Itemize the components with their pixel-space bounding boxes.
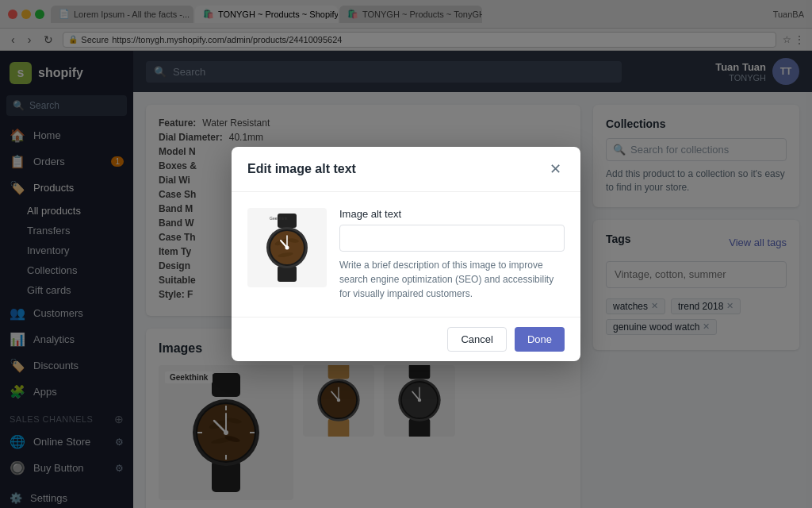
modal-body: Geekthink Image alt text Write a brief d… <box>232 192 580 317</box>
cancel-button[interactable]: Cancel <box>447 327 506 352</box>
modal-image-preview: Geekthink <box>247 208 327 287</box>
image-alt-label: Image alt text <box>339 208 565 220</box>
modal-hint: Write a brief description of this image … <box>339 258 565 301</box>
svg-point-42 <box>285 246 289 250</box>
image-alt-input[interactable] <box>339 225 565 252</box>
modal-form: Image alt text Write a brief description… <box>339 208 565 301</box>
modal-watch-preview: Geekthink <box>255 212 319 283</box>
done-button[interactable]: Done <box>515 327 565 352</box>
edit-alt-text-modal: Edit image alt text ✕ <box>232 147 580 361</box>
modal-footer: Cancel Done <box>232 317 580 361</box>
modal-overlay[interactable]: Edit image alt text ✕ <box>0 0 812 508</box>
svg-text:Geekthink: Geekthink <box>270 216 288 221</box>
modal-header: Edit image alt text ✕ <box>232 147 580 192</box>
modal-title: Edit image alt text <box>247 162 356 176</box>
modal-close-button[interactable]: ✕ <box>546 160 565 179</box>
